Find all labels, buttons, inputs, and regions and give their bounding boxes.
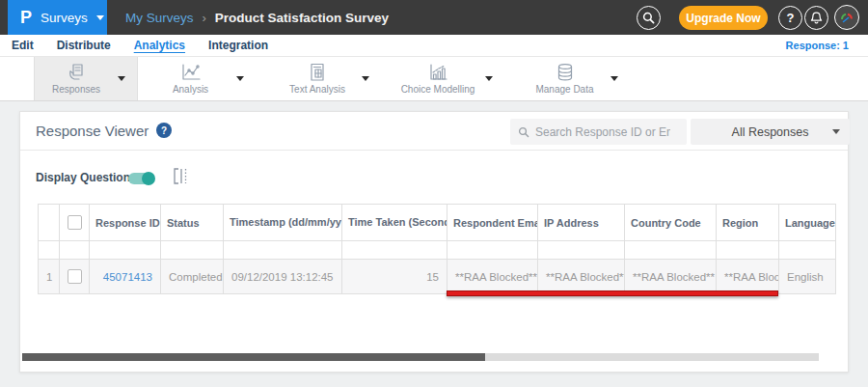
row-number: 1: [39, 260, 60, 294]
column-header-time-taken[interactable]: Time Taken (Seconds): [342, 205, 448, 241]
search-icon: [518, 126, 529, 138]
display-questions-toggle[interactable]: [128, 173, 154, 184]
ip-address-cell: **RAA Blocked**: [538, 260, 625, 294]
select-all-checkbox[interactable]: [68, 215, 82, 230]
filter-cell: [342, 241, 448, 260]
gauge-avatar-icon: [838, 9, 855, 26]
breadcrumb-current: Product Satisfaction Survey: [215, 11, 389, 25]
survey-nav: Edit Distribute Analytics Integration Re…: [0, 35, 868, 56]
region-cell: **RAA Blocked**: [717, 260, 779, 294]
notifications-button[interactable]: [804, 6, 828, 30]
chevron-down-icon: [362, 76, 369, 81]
chevron-down-icon: [832, 129, 840, 134]
line-chart-icon: [179, 63, 203, 82]
column-header-timestamp[interactable]: Timestamp (dd/mm/yyyy): [224, 205, 342, 241]
user-avatar[interactable]: [834, 5, 859, 30]
app-window: P Surveys My Surveys › Product Satisfact…: [0, 0, 868, 387]
toolbar-label: Text Analysis: [289, 84, 345, 95]
search-input[interactable]: [535, 125, 670, 139]
product-menu[interactable]: P Surveys: [8, 0, 107, 35]
column-header-status: Status: [161, 205, 224, 241]
filter-cell: [90, 241, 161, 260]
chevron-down-icon: [610, 76, 618, 81]
nav-item-analytics[interactable]: Analytics: [134, 39, 185, 52]
nav-item-edit[interactable]: Edit: [12, 39, 34, 52]
toolbar-item-text-analysis[interactable]: Text Analysis: [273, 57, 381, 100]
response-search[interactable]: [510, 119, 687, 145]
chevron-down-icon: [96, 15, 104, 20]
responses-table: Response ID Status Timestamp (dd/mm/yyyy…: [38, 204, 836, 294]
status-cell: Completed: [161, 260, 224, 294]
horizontal-scrollbar-thumb[interactable]: [22, 353, 485, 361]
database-icon: [554, 63, 577, 82]
filter-cell: [779, 241, 836, 260]
response-filter-dropdown[interactable]: All Responses: [691, 119, 850, 145]
toolbar-item-manage-data[interactable]: Manage Data: [519, 57, 630, 100]
column-header-ip-address: IP Address: [538, 205, 625, 241]
bell-icon: [810, 12, 823, 25]
filter-cell: [60, 241, 90, 260]
timestamp-cell: 09/12/2019 13:12:45: [224, 260, 342, 294]
filter-cell: [538, 241, 625, 260]
column-header-row-number: [39, 205, 60, 241]
chevron-down-icon: [118, 76, 125, 81]
nav-item-distribute[interactable]: Distribute: [57, 39, 111, 52]
response-viewer-card: Response Viewer ? All Responses Display …: [19, 111, 849, 373]
filter-selected-value: All Responses: [732, 125, 809, 139]
chevron-down-icon: [236, 76, 244, 81]
responses-icon: [65, 63, 88, 82]
breadcrumb-separator: ›: [203, 11, 206, 25]
text-analysis-icon: [306, 63, 329, 82]
toolbar-label: Manage Data: [535, 84, 593, 95]
column-filter-row: [39, 241, 836, 260]
toolbar-label: Choice Modelling: [401, 84, 475, 95]
column-header-response-id[interactable]: Response ID: [90, 205, 161, 241]
filter-cell: [224, 241, 342, 260]
table-row: 1 45071413 Completed 09/12/2019 13:12:45…: [39, 260, 836, 294]
filter-cell: [161, 241, 224, 260]
red-underline-annotation: [447, 290, 778, 296]
column-header-respondent-email: Respondent Email: [448, 205, 538, 241]
breadcrumb: My Surveys › Product Satisfaction Survey: [125, 0, 389, 35]
nav-item-integration[interactable]: Integration: [208, 39, 268, 52]
toggle-knob: [142, 172, 155, 185]
search-icon: [642, 12, 655, 24]
horizontal-scrollbar-track[interactable]: [22, 353, 819, 361]
country-code-cell: **RAA Blocked**: [625, 260, 717, 294]
filter-cell: [448, 241, 538, 260]
product-menu-label: Surveys: [41, 11, 88, 25]
analytics-toolbar: Responses Analysis: [0, 56, 868, 101]
card-header: Response Viewer ? All Responses: [20, 112, 848, 151]
toolbar-item-choice-modelling[interactable]: Choice Modelling: [391, 57, 504, 100]
manage-columns-icon[interactable]: [172, 167, 189, 186]
upgrade-now-button[interactable]: Upgrade Now: [679, 6, 768, 30]
response-id-cell: 45071413: [90, 260, 161, 294]
column-header-country-code: Country Code: [625, 205, 717, 241]
toolbar-item-responses[interactable]: Responses: [34, 57, 138, 100]
column-header-region: Region: [717, 205, 779, 241]
help-button[interactable]: ?: [778, 6, 802, 30]
response-count-label: Response: 1: [786, 35, 849, 56]
toolbar-label: Responses: [52, 84, 100, 95]
page-title: Response Viewer: [36, 123, 149, 139]
row-checkbox[interactable]: [68, 269, 82, 284]
display-questions-label: Display Questions: [36, 171, 137, 184]
time-taken-cell: 15: [342, 260, 448, 294]
toolbar-label: Analysis: [173, 84, 208, 95]
choice-modelling-icon: [426, 63, 449, 82]
table-header-row: Response ID Status Timestamp (dd/mm/yyyy…: [39, 205, 836, 241]
respondent-email-cell: **RAA Blocked**: [448, 260, 538, 294]
row-select-cell: [60, 260, 90, 294]
brand-logo: P: [20, 9, 32, 26]
chevron-down-icon: [485, 76, 493, 81]
response-id-link[interactable]: 45071413: [103, 271, 152, 283]
toolbar-item-analysis[interactable]: Analysis: [145, 57, 256, 100]
breadcrumb-parent[interactable]: My Surveys: [125, 11, 194, 25]
search-button[interactable]: [637, 6, 661, 30]
language-cell: English: [779, 260, 836, 294]
help-icon[interactable]: ?: [156, 123, 172, 138]
filter-cell: [625, 241, 717, 260]
filter-cell: [717, 241, 779, 260]
question-mark-icon: ?: [787, 11, 795, 25]
column-header-select: [60, 205, 90, 241]
